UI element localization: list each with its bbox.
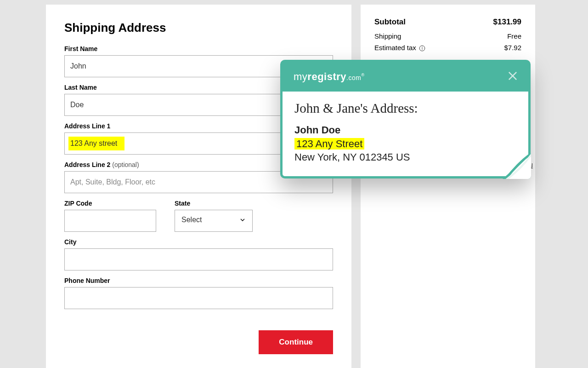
city-label: City xyxy=(64,238,333,246)
zip-label: ZIP Code xyxy=(64,200,156,207)
zip-input[interactable] xyxy=(64,210,156,232)
subtotal-value: $131.99 xyxy=(493,17,521,27)
popup-city-state: New York, NY 012345 US xyxy=(294,151,516,163)
popup-recipient-name: John Doe xyxy=(294,124,516,136)
info-icon[interactable] xyxy=(419,45,425,52)
order-summary-panel: Subtotal $131.99 Shipping Free Estimated… xyxy=(361,5,535,368)
popup-title: John & Jane's Address: xyxy=(294,101,516,116)
continue-button[interactable]: Continue xyxy=(259,330,333,354)
myregistry-logo: myregistry.com® xyxy=(294,71,365,83)
state-select[interactable]: Select xyxy=(175,210,253,232)
tax-label: Estimated tax xyxy=(374,44,425,52)
popup-header: myregistry.com® xyxy=(283,62,528,92)
state-label: State xyxy=(175,200,253,207)
page-title: Shipping Address xyxy=(64,21,333,35)
phone-label: Phone Number xyxy=(64,277,333,284)
shipping-value: Free xyxy=(507,32,521,40)
subtotal-label: Subtotal xyxy=(374,17,406,27)
first-name-label: First Name xyxy=(64,45,333,52)
tax-value: $7.92 xyxy=(504,44,521,52)
svg-point-2 xyxy=(422,47,423,47)
city-input[interactable] xyxy=(64,248,333,270)
shipping-label: Shipping xyxy=(374,32,401,40)
shipping-form-panel: Shipping Address First Name Last Name Ad… xyxy=(46,5,351,368)
registry-popup: myregistry.com® John & Jane's Address: J… xyxy=(280,60,531,178)
phone-input[interactable] xyxy=(64,287,333,309)
page-curl-icon xyxy=(503,154,531,179)
close-icon[interactable] xyxy=(506,69,519,84)
popup-street: 123 Any Street xyxy=(294,138,516,150)
